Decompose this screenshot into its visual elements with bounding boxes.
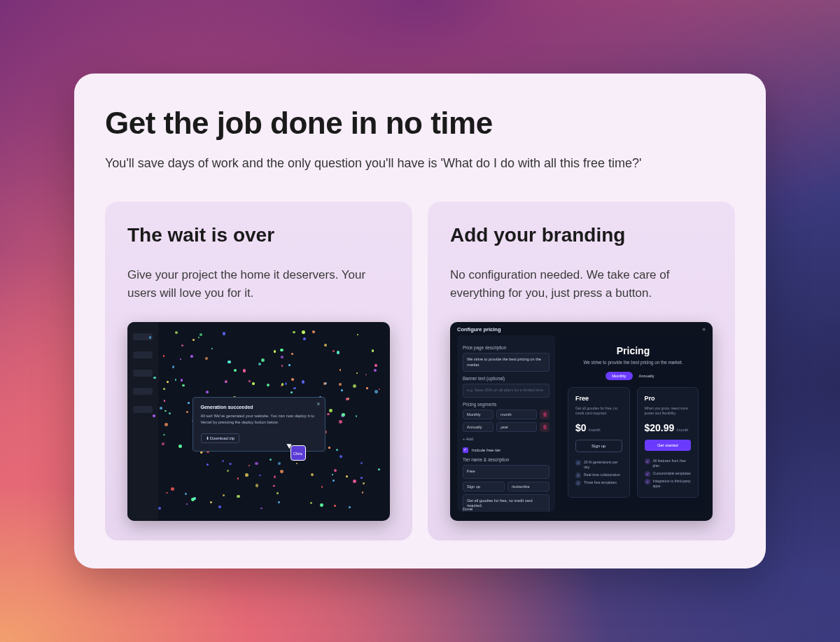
modal-header: Configure pricing ×: [450, 322, 713, 335]
modal-title: Configure pricing: [457, 326, 501, 333]
add-segment-button[interactable]: + Add: [463, 435, 550, 445]
feature-body: Give your project the home it deservers.…: [127, 266, 390, 303]
trash-icon[interactable]: 🗑: [540, 410, 550, 419]
segment-unit-input[interactable]: month: [496, 410, 537, 419]
plan-name: Pro: [645, 395, 692, 402]
sidebar-item: [133, 351, 153, 358]
description-textarea[interactable]: We strive to provide the best pricing on…: [463, 353, 550, 372]
price-value: $20.99: [645, 422, 675, 433]
success-toast: × Generation succeeded All set! We've ge…: [192, 397, 326, 452]
pricing-title: Pricing: [568, 345, 699, 356]
pricing-preview: Pricing We strive to provide the best pr…: [561, 335, 706, 512]
hero-title: Get the job done in no time: [105, 106, 735, 141]
plan-get-started-button[interactable]: Get started: [645, 440, 692, 451]
plan-feature-list: 20 AI generations per day Real-time coll…: [575, 459, 622, 487]
segment-name-input[interactable]: Monthly: [463, 410, 493, 419]
plan-feature: 20 AI generations per day: [575, 459, 622, 471]
tier-name-input[interactable]: Free: [463, 465, 550, 479]
feature-grid: The wait is over Give your project the h…: [105, 202, 735, 541]
trash-icon[interactable]: 🗑: [540, 422, 550, 432]
segment-row: Monthly month 🗑: [463, 410, 550, 419]
close-icon[interactable]: ×: [702, 326, 706, 333]
price-period: /month: [589, 428, 601, 432]
cta-url-input[interactable]: /subscribe: [507, 482, 550, 491]
cta-row: Sign up /subscribe: [463, 482, 550, 491]
sidebar-item: [133, 388, 153, 395]
hero-card: Get the job done in no time You'll save …: [74, 74, 766, 569]
plan-feature: Customizable templates: [645, 470, 692, 477]
close-icon[interactable]: ×: [316, 400, 320, 407]
field-label: Banner text (optional): [463, 376, 550, 381]
feature-wait-is-over: The wait is over Give your project the h…: [105, 202, 412, 541]
sidebar-item: [133, 370, 153, 377]
plan-feature: Real-time collaboration: [575, 471, 622, 479]
pricing-subtitle: We strive to provide the best pricing on…: [568, 360, 699, 365]
feature-title: The wait is over: [127, 224, 390, 246]
field-label: Tier name & description: [463, 457, 550, 462]
plan-feature: Three free templates: [575, 479, 622, 487]
plan-feature: All features from free plan: [645, 457, 692, 470]
feature-title: Add your branding: [450, 224, 713, 246]
cta-label-input[interactable]: Sign up: [463, 482, 505, 491]
banner-input[interactable]: e.g. Save 25% on all plans for a limited…: [463, 384, 550, 398]
plan-signup-button[interactable]: Sign up: [575, 440, 622, 452]
plan-name: Free: [575, 395, 622, 402]
segment-row: Annually year 🗑: [463, 422, 550, 432]
toggle-annually[interactable]: Annually: [633, 372, 661, 380]
plan-feature: Integration to third-party apps: [645, 477, 692, 490]
hero-lead: You'll save days of work and the only qu…: [105, 156, 735, 171]
cursor-label: Chris: [291, 446, 305, 461]
download-zip-button[interactable]: ⬇ Download zip: [201, 433, 239, 443]
field-label: Pricing segments: [463, 402, 550, 407]
toast-body: All set! We've generated your website. Y…: [201, 413, 317, 425]
checkbox-checked-icon: [463, 447, 468, 453]
plan-desc: When you grow, need more power and flexi…: [645, 406, 692, 416]
feature-add-branding: Add your branding No configuration neede…: [428, 202, 735, 541]
include-free-checkbox[interactable]: Include free tier: [463, 447, 550, 453]
done-button[interactable]: Done: [463, 507, 472, 511]
config-panel: Price page description We strive to prov…: [457, 335, 555, 512]
plan-price: $20.99/month: [645, 422, 692, 433]
plan-card-pro: Pro When you grow, need more power and f…: [637, 387, 699, 498]
checkbox-label: Include free tier: [472, 448, 500, 452]
plan-feature-list: All features from free plan Customizable…: [645, 457, 692, 491]
segment-name-input[interactable]: Annually: [463, 422, 493, 432]
screenshot-generation-succeeded: × Generation succeeded All set! We've ge…: [127, 322, 390, 521]
field-label: Price page description: [463, 345, 550, 350]
plan-price: $0/month: [575, 422, 622, 433]
billing-toggle: Monthly Annually: [568, 372, 699, 380]
feature-body: No configuration needed. We take care of…: [450, 266, 713, 303]
price-value: $0: [575, 422, 587, 433]
app-sidebar: [127, 322, 158, 521]
segment-unit-input[interactable]: year: [496, 422, 537, 432]
price-period: /month: [676, 428, 688, 432]
plan-card-free: Free Get all goodies for free, no credit…: [568, 387, 630, 498]
collaborator-cursor: Chris: [290, 445, 306, 461]
plan-desc: Get all goodies for free, no credit card…: [575, 406, 622, 416]
screenshot-pricing-config: Configure pricing × Price page descripti…: [450, 322, 713, 521]
toggle-monthly[interactable]: Monthly: [606, 372, 632, 380]
toast-title: Generation succeeded: [201, 405, 317, 410]
tier-desc-input[interactable]: Get all goodies for free, no credit card…: [463, 494, 550, 512]
sidebar-item: [133, 406, 153, 413]
